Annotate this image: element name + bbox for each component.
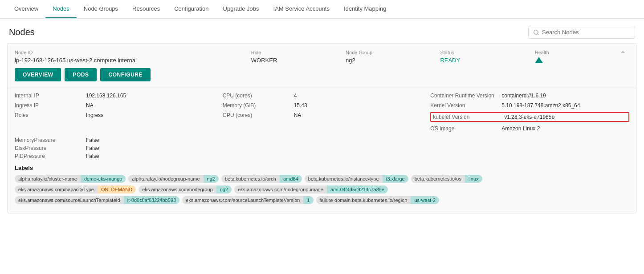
os-row: OS Image Amazon Linux 2 — [430, 125, 629, 132]
pid-pressure-label: PIDPressure — [15, 153, 86, 159]
label-chip: beta.kubernetes.io/oslinux — [411, 175, 482, 183]
action-buttons: OVERVIEW PODS CONFIGURE — [8, 68, 636, 88]
labels-row: eks.amazonaws.com/sourceLaunchTemplateId… — [15, 196, 629, 204]
labels-container: alpha.rafay.io/cluster-namedemo-eks-mang… — [15, 175, 629, 204]
label-key: failure-domain.beta.kubernetes.io/region — [316, 196, 411, 204]
internal-ip-label: Internal IP — [15, 93, 86, 99]
label-key: beta.kubernetes.io/os — [411, 175, 465, 183]
label-key: beta.kubernetes.io/instance-type — [305, 175, 383, 183]
node-status-label: Status — [440, 50, 534, 55]
kubelet-label: kubelet Version — [433, 114, 504, 120]
os-label: OS Image — [430, 125, 501, 132]
label-chip: beta.kubernetes.io/archamd64 — [221, 175, 302, 183]
node-id-label: Node ID — [15, 50, 251, 55]
nav-tab-iam-service-accounts[interactable]: IAM Service Accounts — [266, 0, 337, 18]
ingress-ip-value: NA — [86, 102, 94, 109]
search-icon — [533, 29, 539, 36]
label-key: eks.amazonaws.com/sourceLaunchTemplateId — [15, 196, 124, 204]
node-header: Node ID ip-192-168-126-165.us-west-2.com… — [8, 44, 636, 68]
memory-value: 15.43 — [294, 102, 307, 109]
kernel-label: Kernel Version — [430, 102, 501, 109]
page-title: Nodes — [9, 27, 35, 37]
label-chip: failure-domain.beta.kubernetes.io/region… — [316, 196, 440, 204]
kernel-row: Kernel Version 5.10.198-187.748.amzn2.x8… — [430, 102, 629, 109]
label-chip: beta.kubernetes.io/instance-typet3.xlarg… — [305, 175, 408, 183]
label-value: 1 — [303, 196, 313, 204]
svg-point-0 — [534, 30, 538, 34]
nav-tabs: OverviewNodesNode GroupsResourcesConfigu… — [0, 0, 644, 19]
label-key: alpha.rafay.io/nodegroup-name — [128, 175, 203, 183]
label-chip: eks.amazonaws.com/sourceLaunchTemplateVe… — [182, 196, 313, 204]
label-chip: eks.amazonaws.com/sourceLaunchTemplateId… — [15, 196, 179, 204]
pods-button[interactable]: PODS — [65, 68, 97, 81]
roles-label: Roles — [15, 112, 86, 118]
label-key: eks.amazonaws.com/nodegroup — [139, 185, 216, 193]
gpu-label: GPU (cores) — [223, 112, 294, 118]
label-value: demo-eks-mango — [81, 175, 126, 183]
nav-tab-resources[interactable]: Resources — [125, 0, 167, 18]
collapse-button[interactable]: ⌃ — [620, 50, 626, 58]
label-value: ami-04f4d5c9214c7a89e — [327, 185, 388, 193]
labels-title: Labels — [15, 165, 629, 171]
label-key: beta.kubernetes.io/arch — [221, 175, 280, 183]
memory-pressure-label: MemoryPressure — [15, 137, 86, 143]
kubelet-row: kubelet Version v1.28.3-eks-e71965b — [430, 112, 629, 122]
pid-pressure-value: False — [86, 153, 99, 159]
label-chip: eks.amazonaws.com/capacityTypeON_DEMAND — [15, 185, 136, 193]
nav-tab-upgrade-jobs[interactable]: Upgrade Jobs — [216, 0, 266, 18]
overview-button[interactable]: OVERVIEW — [15, 68, 61, 81]
search-box[interactable] — [528, 26, 635, 39]
disk-pressure-label: DiskPressure — [15, 145, 86, 151]
node-group-col: Node Group ng2 — [346, 50, 440, 64]
disk-pressure-row: DiskPressure False — [15, 145, 629, 151]
roles-value: Ingress — [86, 112, 103, 118]
configure-button[interactable]: CONFIGURE — [100, 68, 151, 81]
node-role-label: Role — [251, 50, 346, 55]
roles-row: Roles Ingress — [15, 112, 214, 118]
svg-line-1 — [538, 33, 539, 35]
node-details: Internal IP 192.168.126.165 Ingress IP N… — [8, 88, 636, 213]
gpu-row: GPU (cores) NA — [223, 112, 422, 118]
node-status-col: Status READY — [440, 50, 534, 64]
node-role-value: WORKER — [251, 57, 346, 64]
memory-row: Memory (GiB) 15.43 — [223, 102, 422, 109]
nav-tab-identity-mapping[interactable]: Identity Mapping — [337, 0, 393, 18]
nav-tab-overview[interactable]: Overview — [7, 0, 45, 18]
node-id-col: Node ID ip-192-168-126-165.us-west-2.com… — [15, 50, 251, 64]
details-grid: Internal IP 192.168.126.165 Ingress IP N… — [15, 93, 629, 132]
label-value: ng2 — [216, 185, 232, 193]
disk-pressure-value: False — [86, 145, 99, 151]
label-key: alpha.rafay.io/cluster-name — [15, 175, 81, 183]
label-value: ng2 — [204, 175, 219, 183]
label-chip: alpha.rafay.io/nodegroup-nameng2 — [128, 175, 218, 183]
node-container: Node ID ip-192-168-126-165.us-west-2.com… — [0, 43, 644, 214]
node-group-value: ng2 — [346, 57, 440, 64]
label-chip: eks.amazonaws.com/nodegroupng2 — [139, 185, 232, 193]
container-runtime-label: Container Runtime Version — [430, 93, 501, 99]
ingress-ip-label: Ingress IP — [15, 102, 86, 109]
label-value: lt-0d0c8af63224bb593 — [124, 196, 179, 204]
labels-row: alpha.rafay.io/cluster-namedemo-eks-mang… — [15, 175, 629, 183]
os-value: Amazon Linux 2 — [501, 125, 540, 132]
nav-tab-configuration[interactable]: Configuration — [167, 0, 216, 18]
detail-col-1: Internal IP 192.168.126.165 Ingress IP N… — [15, 93, 214, 132]
ingress-ip-row: Ingress IP NA — [15, 102, 214, 109]
detail-col-2: CPU (cores) 4 Memory (GiB) 15.43 GPU (co… — [223, 93, 422, 132]
node-health-label: Health — [535, 50, 629, 55]
health-indicator — [535, 57, 629, 63]
label-value: amd64 — [280, 175, 302, 183]
cpu-label: CPU (cores) — [223, 93, 294, 99]
cpu-row: CPU (cores) 4 — [223, 93, 422, 99]
node-group-label: Node Group — [346, 50, 440, 55]
nav-tab-node-groups[interactable]: Node Groups — [77, 0, 125, 18]
nav-tab-nodes[interactable]: Nodes — [45, 0, 77, 18]
label-key: eks.amazonaws.com/capacityType — [15, 185, 98, 193]
memory-pressure-row: MemoryPressure False — [15, 137, 629, 143]
labels-section: Labels alpha.rafay.io/cluster-namedemo-e… — [15, 165, 629, 204]
node-status-value: READY — [440, 57, 534, 64]
node-health-col: Health — [535, 50, 629, 63]
page-header: Nodes — [0, 19, 644, 43]
search-input[interactable] — [542, 29, 630, 36]
label-key: eks.amazonaws.com/sourceLaunchTemplateVe… — [182, 196, 303, 204]
detail-col-3: Container Runtime Version containerd://1… — [430, 93, 629, 132]
